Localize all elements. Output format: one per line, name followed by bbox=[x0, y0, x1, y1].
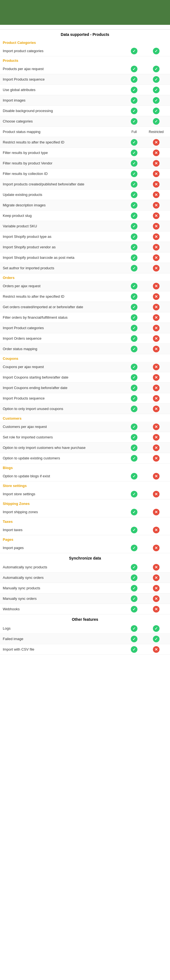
premium-cell bbox=[123, 636, 145, 642]
cross-icon bbox=[153, 564, 159, 571]
table-row: Disable background processing bbox=[0, 106, 170, 116]
free-cell bbox=[145, 191, 167, 198]
table-row: Option to only import unused coupons bbox=[0, 404, 170, 414]
table-row: Import taxes bbox=[0, 525, 170, 535]
table-row: Import images bbox=[0, 95, 170, 106]
free-cell bbox=[145, 293, 167, 300]
check-icon bbox=[131, 87, 137, 93]
free-cell bbox=[145, 234, 167, 240]
cross-icon bbox=[153, 455, 159, 461]
row-label: Customers per ajax request bbox=[3, 425, 123, 429]
check-icon bbox=[131, 564, 137, 571]
row-label: Logs bbox=[3, 626, 123, 630]
cross-icon bbox=[153, 346, 159, 352]
free-cell bbox=[145, 406, 167, 412]
free-cell bbox=[145, 395, 167, 402]
check-icon bbox=[131, 574, 137, 581]
table-row: Filter results by product Vendor bbox=[0, 158, 170, 169]
text-value: Full bbox=[131, 130, 137, 134]
premium-cell bbox=[123, 283, 145, 290]
row-label: Import store settings bbox=[3, 492, 123, 496]
check-icon bbox=[131, 545, 137, 551]
table-row: Import shipping zones bbox=[0, 507, 170, 517]
row-label: Filter results by product Vendor bbox=[3, 161, 123, 165]
row-label: Import pages bbox=[3, 546, 123, 550]
cross-icon bbox=[153, 527, 159, 533]
table-row: Filter orders by financial/fulfillment s… bbox=[0, 312, 170, 323]
free-cell bbox=[145, 97, 167, 104]
cross-icon bbox=[153, 646, 159, 653]
premium-cell bbox=[123, 118, 145, 125]
check-icon bbox=[131, 606, 137, 612]
category-title: Blogs bbox=[0, 463, 170, 471]
free-cell bbox=[145, 374, 167, 381]
category-title: Store settings bbox=[0, 482, 170, 489]
text-value: Restricted bbox=[149, 130, 164, 134]
row-label: Import product categories bbox=[3, 49, 123, 53]
table-row: Filter results by collection ID bbox=[0, 169, 170, 179]
premium-cell bbox=[123, 212, 145, 219]
row-label: Webhooks bbox=[3, 607, 123, 611]
free-cell bbox=[145, 202, 167, 208]
free-cell bbox=[145, 212, 167, 219]
premium-cell bbox=[123, 76, 145, 83]
free-cell bbox=[145, 585, 167, 592]
free-cell bbox=[145, 170, 167, 177]
check-icon bbox=[131, 335, 137, 342]
free-cell bbox=[145, 335, 167, 342]
premium-cell bbox=[123, 473, 145, 479]
table-row: Choose categories bbox=[0, 116, 170, 127]
col-headers bbox=[0, 25, 170, 30]
free-cell bbox=[145, 527, 167, 533]
row-label: Use global attributes bbox=[3, 88, 123, 92]
premium-cell bbox=[123, 444, 145, 451]
table-row: Import Orders sequence bbox=[0, 333, 170, 344]
premium-cell bbox=[123, 304, 145, 310]
row-label: Set role for imported customers bbox=[3, 435, 123, 439]
cross-icon bbox=[153, 283, 159, 290]
check-icon bbox=[131, 406, 137, 412]
table-row: Set role for imported customers bbox=[0, 432, 170, 442]
cross-icon bbox=[153, 304, 159, 310]
table-row: Import product categories bbox=[0, 46, 170, 56]
check-icon bbox=[131, 139, 137, 146]
table-row: Import with CSV file bbox=[0, 644, 170, 655]
premium-cell bbox=[123, 234, 145, 240]
cross-icon bbox=[153, 139, 159, 146]
premium-cell bbox=[123, 160, 145, 167]
cross-icon bbox=[153, 314, 159, 321]
section-title: Data supported - Products bbox=[0, 30, 170, 38]
premium-cell bbox=[123, 66, 145, 72]
row-label: Import Product categories bbox=[3, 326, 123, 330]
cross-icon bbox=[153, 434, 159, 441]
check-icon bbox=[131, 455, 137, 461]
cross-icon bbox=[153, 202, 159, 208]
premium-cell bbox=[123, 181, 145, 188]
row-label: Manually sync orders bbox=[3, 597, 123, 601]
table-row: Product status mappingFullRestricted bbox=[0, 127, 170, 137]
free-cell bbox=[145, 346, 167, 352]
premium-cell bbox=[123, 170, 145, 177]
check-icon bbox=[131, 150, 137, 156]
category-title: Shipping Zones bbox=[0, 500, 170, 507]
row-label: Filter results by product type bbox=[3, 151, 123, 155]
cross-icon bbox=[153, 574, 159, 581]
premium-cell bbox=[123, 646, 145, 653]
row-label: Import Coupons starting before/after dat… bbox=[3, 375, 123, 379]
cross-icon bbox=[153, 293, 159, 300]
row-label: Get orders created/imported at or before… bbox=[3, 305, 123, 309]
category-title: Pages bbox=[0, 535, 170, 543]
row-label: Orders per ajax request bbox=[3, 284, 123, 288]
premium-cell bbox=[123, 48, 145, 54]
table-row: Update existing products bbox=[0, 189, 170, 200]
premium-cell bbox=[123, 395, 145, 402]
row-label: Restrict results to after the specified … bbox=[3, 294, 123, 299]
free-cell bbox=[145, 455, 167, 461]
free-cell bbox=[145, 150, 167, 156]
premium-cell bbox=[123, 314, 145, 321]
table-row: Import products created/published before… bbox=[0, 179, 170, 189]
free-cell bbox=[145, 595, 167, 602]
free-cell bbox=[145, 364, 167, 370]
cross-icon bbox=[153, 160, 159, 167]
category-title: Products bbox=[0, 56, 170, 64]
